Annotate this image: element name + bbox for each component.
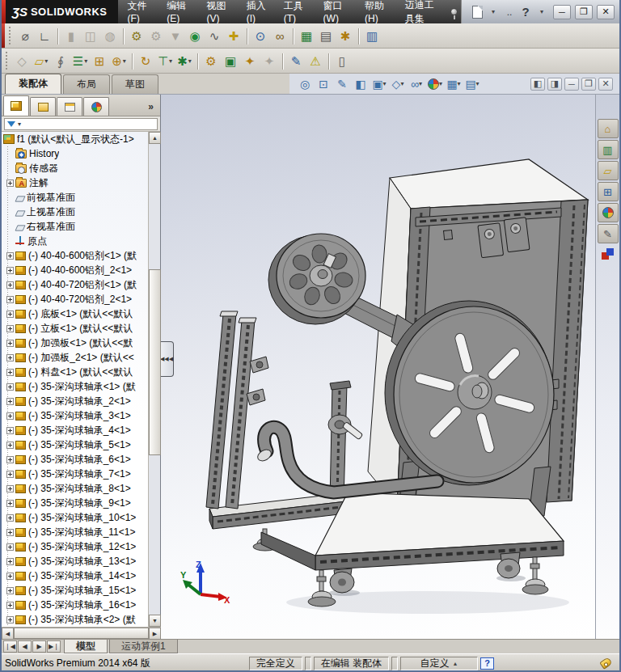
custom-properties-icon[interactable]: ✎	[598, 224, 619, 243]
tree-horizontal-scrollbar[interactable]: ◀ ▶	[2, 627, 161, 639]
toolbar-grip[interactable]	[7, 27, 13, 44]
binoculars-icon[interactable]: ∞	[270, 26, 289, 45]
reference-geometry-icon[interactable]: ✱ ▾	[175, 51, 194, 70]
tree-component[interactable]: (-) 35-深沟球轴承_11<1>	[2, 525, 148, 539]
tree-vertical-scrollbar[interactable]: ▲ ▼	[148, 132, 160, 627]
expander[interactable]	[6, 180, 14, 187]
featuremanager-tab[interactable]	[3, 95, 29, 116]
tree-filter[interactable]: ▾	[4, 118, 158, 130]
file-explorer-icon[interactable]: ▱	[598, 161, 619, 180]
tree-component[interactable]: (-) 35-深沟球轴承_16<1>	[2, 598, 148, 612]
tree-annotations[interactable]: 注解	[2, 175, 148, 190]
location-pin-icon[interactable]: ◉	[185, 26, 205, 45]
new-document-dropdown[interactable]: ▾	[486, 4, 501, 20]
sw-resources-icon[interactable]: ⌂	[598, 119, 619, 138]
tree-component[interactable]: (-) 加强板_2<1> (默认<<	[2, 350, 148, 365]
expander[interactable]	[6, 471, 14, 478]
collaborate-icon[interactable]: ◫	[81, 26, 100, 45]
expander[interactable]	[6, 354, 14, 361]
publish-emodel-icon[interactable]: ▮	[61, 26, 81, 45]
expander[interactable]	[6, 398, 14, 405]
bom-shield-icon[interactable]: ▣	[221, 51, 240, 70]
tree-component[interactable]: (-) 35-深沟球轴承<1> (默	[2, 379, 148, 394]
smart-fasteners-icon[interactable]: ⊞	[90, 51, 109, 70]
expander[interactable]	[6, 340, 14, 347]
expander[interactable]	[6, 325, 14, 332]
linear-pattern-icon[interactable]: ☰ ▾	[70, 51, 90, 70]
print-icon[interactable]: ▤	[316, 26, 336, 45]
expander[interactable]	[6, 456, 14, 463]
help-dropdown[interactable]: ▾	[534, 4, 549, 20]
expander[interactable]	[6, 602, 14, 609]
expander[interactable]	[6, 558, 14, 565]
apply-scene-icon[interactable]: ▦ ▾	[445, 75, 463, 93]
last-sheet-button[interactable]: ▶❘	[47, 640, 61, 653]
isolate-icon[interactable]: ▯	[332, 51, 352, 70]
configurationmanager-tab[interactable]	[57, 97, 82, 116]
view-orientation-icon[interactable]: ▣ ▾	[370, 75, 388, 93]
tree-component[interactable]: (-) 40-40-600铝剂_2<1>	[2, 263, 148, 277]
expander[interactable]	[6, 616, 14, 623]
menu-view[interactable]: 视图(V)	[197, 0, 237, 23]
menu-maidi-toolkit[interactable]: 迈迪工具集	[396, 0, 447, 23]
close-doc-icon[interactable]: ✕	[598, 78, 613, 91]
options-gear-icon[interactable]: ⚙	[127, 26, 146, 45]
explode-sketch-icon[interactable]: ✦	[260, 51, 279, 70]
tree-component[interactable]: (-) 35-深沟球轴承_14<1>	[2, 568, 148, 583]
tree-component[interactable]: (-) 料盘<1> (默认<<默认	[2, 365, 148, 379]
expander[interactable]	[6, 485, 14, 492]
large-disc[interactable]	[385, 301, 554, 485]
tile-right-icon[interactable]: ◨	[547, 78, 562, 91]
expander[interactable]	[6, 529, 14, 536]
filter-dropdown[interactable]: ▾	[18, 120, 21, 128]
expander[interactable]	[6, 500, 14, 507]
tree-sensors[interactable]: 传感器	[2, 161, 148, 175]
expander[interactable]	[6, 369, 14, 376]
corner-angle-icon[interactable]: ∟	[35, 26, 54, 45]
tab-assembly[interactable]: 装配体	[5, 74, 61, 94]
instant3d-icon[interactable]: ✎	[286, 51, 306, 70]
tree-history[interactable]: History	[2, 146, 148, 161]
insert-component-icon[interactable]: ◇	[12, 51, 32, 70]
menu-help[interactable]: 帮助(H)	[356, 0, 396, 23]
expander[interactable]	[6, 383, 14, 391]
tree-component[interactable]: (-) 40-40-600铝剂<1> (默	[2, 248, 148, 263]
menu-insert[interactable]: 插入(I)	[238, 0, 275, 23]
minimize-button[interactable]: ─	[553, 5, 571, 19]
excel-export-icon[interactable]: ▦	[297, 26, 316, 45]
restore-doc-icon[interactable]: ❐	[581, 78, 596, 91]
displaymanager-tab[interactable]	[83, 97, 109, 116]
expander[interactable]	[6, 412, 14, 420]
move-cross-icon[interactable]: ✚	[224, 26, 243, 45]
scroll-thumb[interactable]	[14, 628, 149, 639]
tree-component[interactable]: (-) 35-深沟球轴承_4<1>	[2, 423, 148, 437]
tree-front-plane[interactable]: 前视基准面	[2, 190, 148, 205]
interference-detection-icon[interactable]: ⚠	[306, 51, 325, 70]
tree-component[interactable]: (-) 35-深沟球轴承_2<1>	[2, 394, 148, 408]
expander[interactable]	[6, 296, 14, 303]
tab-layout[interactable]: 布局	[63, 74, 110, 94]
magnified-selection-icon[interactable]: ✎	[333, 75, 351, 93]
tree-component[interactable]: (-) 40-40-720铝剂<1> (默	[2, 277, 148, 292]
panel-expand-chevron[interactable]: »	[143, 101, 158, 116]
tree-component[interactable]: (-) 加强板<1> (默认<<默	[2, 336, 148, 350]
rotate-component-icon[interactable]: ↻	[136, 51, 155, 70]
tree-origin[interactable]: 原点	[2, 234, 148, 248]
menu-tools[interactable]: 工具(T)	[275, 0, 315, 23]
menu-file[interactable]: 文件(F)	[118, 0, 158, 23]
new-doc-wizard-icon[interactable]: ✱	[336, 26, 355, 45]
zoom-area-icon[interactable]: ⊡	[315, 75, 332, 93]
tree-component[interactable]: (-) 立板<1> (默认<<默认	[2, 321, 148, 336]
solidworks-forum-icon[interactable]	[602, 248, 615, 261]
first-sheet-button[interactable]: ❘◀	[3, 640, 17, 653]
expander[interactable]	[6, 543, 14, 551]
view-palette-icon[interactable]: ⊞	[598, 182, 619, 201]
move-component-icon[interactable]: ⊕ ▾	[109, 51, 129, 70]
motion-study-icon[interactable]: ⚙	[201, 51, 221, 70]
new-document-button[interactable]	[470, 4, 484, 20]
units-selector[interactable]: 自定义 ▲	[400, 657, 478, 670]
design-binder-icon[interactable]: ▥	[362, 26, 382, 45]
expander[interactable]	[6, 252, 14, 260]
scroll-thumb[interactable]	[149, 269, 161, 455]
appearances-icon[interactable]	[598, 203, 619, 222]
